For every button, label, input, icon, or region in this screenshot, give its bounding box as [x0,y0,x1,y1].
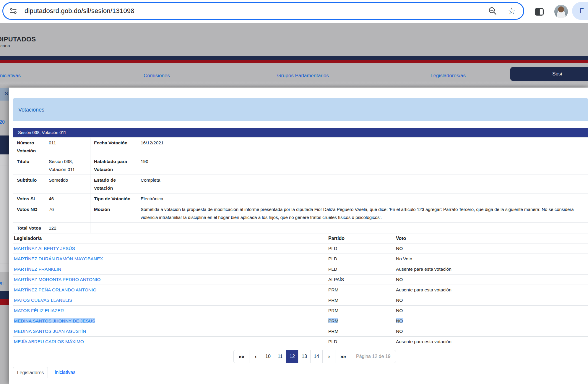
background-remnant-rows [0,154,9,272]
column-header-voto: Voto [395,233,588,243]
url-text[interactable]: diputadosrd.gob.do/sil/sesion/131098 [25,7,134,15]
vote-cell: NO [395,326,588,337]
detail-label: Votos SI [13,193,45,204]
nav-item-iniciativas[interactable]: niciativas [0,73,21,79]
tab-legisladores[interactable]: Legisladores [13,367,48,378]
detail-label: Fecha Votación [90,138,137,156]
background-remnant-text: 20 [0,120,5,125]
site-header: DIPUTADOS icana [0,23,588,56]
detail-value: Electrónica [137,193,588,204]
zoom-out-icon[interactable] [488,7,497,15]
profile-avatar[interactable] [554,5,568,18]
address-bar[interactable]: diputadosrd.gob.do/sil/sesion/131098 ☆ [2,2,524,20]
legislator-link[interactable]: MARTÍNEZ ALBERTY JESÚS [14,246,75,251]
legislators-table: Legislador/a Partido Voto MARTÍNEZ ALBER… [13,233,588,347]
pagination-status: Página 12 de 19 [351,350,396,363]
table-row: Subtitulo Sometido Estado de Votación Co… [13,175,588,193]
legislator-link[interactable]: MEDINA SANTOS JUAN AGUSTÍN [14,329,86,334]
table-row: Número Votación 011 Fecha Votación 16/12… [13,138,588,156]
detail-value-motion: Sometida a votación la propuesta de modi… [137,204,588,223]
table-header-row: Legislador/a Partido Voto [13,233,588,243]
pagination-prev-button[interactable]: ‹ [249,350,262,363]
legislator-link[interactable]: MATOS FÉLIZ ELIAZER [14,308,64,313]
party-cell: PRM [328,318,338,323]
pagination-next-button[interactable]: › [322,350,335,363]
table-row-highlighted: MEDINA SANTOS JHONNY DE JESÚS PRM NO [13,316,588,326]
background-remnant-navy-stripe [0,291,9,299]
vote-cell: Ausente para esta votación [395,337,588,347]
panel-title: Votaciones [13,98,588,121]
main-nav: niciativas Comisiones Grupos Parlamentar… [0,63,588,88]
table-row: MARTÍNEZ PEÑA ORLANDO ANTONIO PRM Ausent… [13,285,588,295]
detail-value: 122 [45,223,90,233]
nav-item-comisiones[interactable]: Comisiones [144,73,170,79]
table-row: MEJÍA ABREU CARLOS MÁXIMO PLD Ausente pa… [13,337,588,347]
table-row: Título Sesión 038, Votación 011 Habilita… [13,156,588,175]
table-row: Total Votos 122 [13,223,588,233]
detail-label: Título [13,156,45,175]
detail-label: Subtitulo [13,175,45,193]
pagination-page-11[interactable]: 11 [274,350,286,363]
legislator-link[interactable]: MATOS CUEVAS LLANELIS [14,298,72,303]
legislator-link[interactable]: MEDINA SANTOS JHONNY DE JESÚS [14,318,95,323]
vote-cell: NO [395,306,588,316]
side-panel-icon[interactable] [534,6,545,17]
profile-chip[interactable]: F [572,2,588,20]
nav-item-grupos-parlamentarios[interactable]: Grupos Parlamentarios [277,73,329,79]
detail-label: Número Votación [13,138,45,156]
detail-label: Moción [90,204,137,223]
pagination: «« ‹ 10 11 12 13 14 › »» Página 12 de 19 [233,350,396,363]
legislator-link[interactable]: MARTÍNEZ FRANKLIN [14,267,61,272]
session-vote-header: Sesión 038, Votación 011 [13,128,588,137]
pagination-page-12-active[interactable]: 12 [286,350,298,363]
tab-iniciativas[interactable]: Iniciativas [52,367,78,378]
background-remnant-link-text: ori [0,280,4,286]
detail-value: 76 [45,204,90,223]
nav-item-legisladores[interactable]: Legisladores/as [431,73,466,79]
vote-cell: Ausente para esta votación [395,285,588,295]
legislator-link[interactable]: MEJÍA ABREU CARLOS MÁXIMO [14,339,84,344]
tabs-divider [13,378,588,378]
detail-value: Sometido [45,175,90,193]
vote-cell: Ausente para esta votación [395,264,588,275]
legislator-link[interactable]: MARTÍNEZ PEÑA ORLANDO ANTONIO [14,287,96,292]
party-cell: PRM [327,306,395,316]
table-row: MEDINA SANTOS JUAN AGUSTÍN PRM NO [13,326,588,337]
bookmark-star-icon[interactable]: ☆ [508,7,516,15]
background-remnant-navy-block [0,135,9,154]
party-cell: ALPAÍS [327,275,395,285]
table-row: MATOS CUEVAS LLANELIS PRM NO [13,295,588,306]
vote-cell: NO [395,295,588,306]
votaciones-panel: Votaciones Sesión 038, Votación 011 Núme… [9,88,588,384]
detail-label [90,223,137,233]
detail-value: 46 [45,193,90,204]
header-red-stripe [0,60,588,63]
pagination-page-13[interactable]: 13 [298,350,311,363]
column-header-legislador: Legislador/a [13,233,327,243]
detail-label: Votos NO [13,204,45,223]
detail-label: Habilitado para Votación [90,156,137,175]
site-settings-icon[interactable] [9,7,17,15]
detail-label: Tipo de Votación [90,193,137,204]
party-cell: PLD [327,243,395,254]
browser-toolbar: diputadosrd.gob.do/sil/sesion/131098 ☆ [0,0,588,23]
legislator-link[interactable]: MARTÍNEZ DURÁN RAMÓN MAYOBANEX [14,256,103,261]
pagination-page-14[interactable]: 14 [310,350,323,363]
site-logo-subtext: icana [0,43,10,48]
detail-label: Total Votos [13,223,45,233]
table-row: Votos SI 46 Tipo de Votación Electrónica [13,193,588,204]
column-header-partido: Partido [327,233,395,243]
detail-value: 190 [137,156,588,175]
vote-cell: NO [396,318,403,323]
pagination-page-10[interactable]: 10 [262,350,274,363]
table-row: MARTÍNEZ DURÁN RAMÓN MAYOBANEX PLD No Vo… [13,254,588,264]
vote-cell: NO [395,275,588,285]
legislator-link[interactable]: MARTÍNEZ MORONTA PEDRO ANTONIO [14,277,101,282]
header-navy-stripe [0,56,588,60]
pagination-first-button[interactable]: «« [233,350,249,363]
party-cell: PRM [327,295,395,306]
detail-value: 16/12/2021 [137,138,588,156]
pagination-last-button[interactable]: »» [335,350,351,363]
sessions-nav-button[interactable]: Sesi [510,67,588,81]
party-cell: PLD [327,264,395,275]
